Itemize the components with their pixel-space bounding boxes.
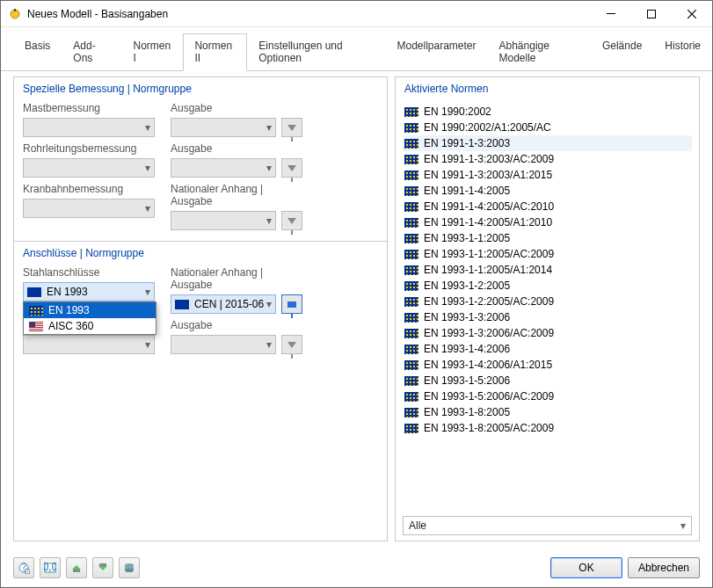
dropdown-item-en-1993[interactable]: EN 1993 xyxy=(24,302,156,318)
norm-item[interactable]: EN 1993-1-4:2006/A1:2015 xyxy=(403,357,692,373)
export-button[interactable] xyxy=(92,557,113,578)
mast-ausgabe-label: Ausgabe xyxy=(171,102,302,114)
dropdown-item-aisc-360[interactable]: AISC 360 xyxy=(24,318,156,334)
mast-combo[interactable]: ▾ xyxy=(23,118,155,137)
eu-flag-icon xyxy=(404,408,418,417)
mast-label: Mastbemessung xyxy=(23,102,155,114)
stahl-nat-value: CEN | 2015-06 xyxy=(194,298,264,310)
kran-filter-button[interactable] xyxy=(281,211,302,230)
holz-combo[interactable]: ▾ xyxy=(23,335,155,354)
norm-item[interactable]: EN 1991-1-4:2005 xyxy=(403,183,692,199)
norm-item[interactable]: EN 1993-1-5:2006/AC:2009 xyxy=(403,388,692,404)
eu-flag-icon xyxy=(404,234,418,243)
eu-flag-icon xyxy=(404,155,418,164)
app-icon xyxy=(8,7,22,21)
window-maximize-button[interactable] xyxy=(631,1,672,27)
eu-flag-icon xyxy=(404,202,418,212)
svg-rect-1 xyxy=(14,9,16,11)
rohr-combo[interactable]: ▾ xyxy=(23,158,155,178)
stahl-filter-button[interactable] xyxy=(281,294,302,314)
stahl-nat-label: Nationaler Anhang | Ausgabe xyxy=(171,266,302,291)
norm-item[interactable]: EN 1993-1-8:2005 xyxy=(403,404,692,420)
stahl-combo-value: EN 1993 xyxy=(47,286,88,298)
norm-item[interactable]: EN 1991-1-4:2005/A1:2010 xyxy=(403,214,692,230)
tab-normen-ii[interactable]: Normen II xyxy=(183,33,247,71)
window-close-button[interactable] xyxy=(672,1,712,27)
norm-item[interactable]: EN 1993-1-3:2006 xyxy=(403,309,692,325)
holz-ausgabe-combo[interactable]: ▾ xyxy=(171,335,276,354)
tab-abhängige-modelle[interactable]: Abhängige Modelle xyxy=(488,33,591,71)
window-title: Neues Modell - Basisangaben xyxy=(27,8,591,20)
kran-nat-combo[interactable]: ▾ xyxy=(171,211,276,230)
aktivierte-title: Aktivierte Normen xyxy=(396,77,699,100)
tab-modellparameter[interactable]: Modellparameter xyxy=(385,33,487,71)
norm-item[interactable]: EN 1991-1-4:2005/AC:2010 xyxy=(403,199,692,214)
norm-item[interactable]: EN 1990:2002 xyxy=(403,104,692,120)
eu-flag-icon xyxy=(404,186,418,196)
tab-gelände[interactable]: Gelände xyxy=(591,33,653,71)
stahl-label: Stahlanschlüsse xyxy=(23,266,155,279)
norm-item[interactable]: EN 1993-1-3:2006/AC:2009 xyxy=(403,325,692,341)
norm-item[interactable]: EN 1991-1-3:2003/AC:2009 xyxy=(403,151,692,167)
stahl-dropdown[interactable]: EN 1993AISC 360 xyxy=(23,301,156,335)
tab-basis[interactable]: Basis xyxy=(13,33,62,71)
norm-item[interactable]: EN 1993-1-4:2006 xyxy=(403,341,692,357)
svg-rect-10 xyxy=(99,563,106,566)
tab-normen-i[interactable]: Normen I xyxy=(121,33,183,71)
norms-filter-combo[interactable]: Alle ▾ xyxy=(403,516,692,535)
norm-item[interactable]: EN 1990:2002/A1:2005/AC xyxy=(403,120,692,135)
kran-label: Kranbahnbemessung xyxy=(23,183,155,195)
holz-filter-button[interactable] xyxy=(281,335,302,354)
eu-flag-icon xyxy=(404,297,418,307)
eu-flag-icon xyxy=(404,171,418,180)
eu-flag-icon xyxy=(404,218,418,228)
norm-item[interactable]: EN 1993-1-2:2005 xyxy=(403,278,692,294)
eu-flag-icon xyxy=(404,313,418,323)
kran-nat-label: Nationaler Anhang | Ausgabe xyxy=(171,183,302,207)
units-button[interactable]: 0,0 xyxy=(40,557,61,578)
norm-item[interactable]: EN 1993-1-1:2005/A1:2014 xyxy=(403,262,692,278)
ok-button[interactable]: OK xyxy=(550,557,622,578)
norm-item[interactable]: EN 1993-1-8:2005/AC:2009 xyxy=(403,420,692,436)
svg-text:0,0: 0,0 xyxy=(44,562,56,573)
eu-flag-icon xyxy=(404,360,418,370)
tab-add-ons[interactable]: Add-Ons xyxy=(62,33,121,71)
help-button[interactable]: ? xyxy=(13,557,34,578)
rohr-ausgabe-combo[interactable]: ▾ xyxy=(171,158,276,178)
eu-flag-icon xyxy=(404,424,418,433)
eu-flag-icon xyxy=(404,139,418,149)
rohr-ausgabe-label: Ausgabe xyxy=(171,142,302,155)
rohr-filter-button[interactable] xyxy=(281,158,302,178)
svg-rect-3 xyxy=(648,10,656,18)
tab-historie[interactable]: Historie xyxy=(653,33,712,71)
norms-list[interactable]: EN 1990:2002EN 1990:2002/A1:2005/ACEN 19… xyxy=(396,100,699,511)
eu-flag-icon xyxy=(404,392,418,402)
tab-einstellungen-und-optionen[interactable]: Einstellungen und Optionen xyxy=(247,33,385,71)
norm-item[interactable]: EN 1991-1-3:2003 xyxy=(403,135,692,151)
norm-item[interactable]: EN 1993-1-2:2005/AC:2009 xyxy=(403,294,692,309)
eu-flag-icon xyxy=(29,306,43,316)
norm-item[interactable]: EN 1993-1-1:2005 xyxy=(403,230,692,246)
mast-ausgabe-combo[interactable]: ▾ xyxy=(171,118,276,137)
norm-item[interactable]: EN 1991-1-3:2003/A1:2015 xyxy=(403,167,692,183)
norms-filter-value: Alle xyxy=(409,519,426,532)
cancel-button[interactable]: Abbrechen xyxy=(628,557,700,578)
svg-point-13 xyxy=(125,569,134,572)
eu-flag-icon xyxy=(404,250,418,259)
eu-flag-icon xyxy=(404,123,418,133)
window-minimize-button[interactable] xyxy=(591,1,631,27)
kran-combo[interactable]: ▾ xyxy=(23,199,155,218)
norm-item[interactable]: EN 1993-1-1:2005/AC:2009 xyxy=(403,246,692,262)
anschluesse-title: Anschlüsse | Normgruppe xyxy=(14,242,387,265)
norm-item[interactable]: EN 1993-1-5:2006 xyxy=(403,373,692,388)
import-button[interactable] xyxy=(66,557,87,578)
mast-filter-button[interactable] xyxy=(281,118,302,137)
stahl-nat-combo[interactable]: CEN | 2015-06 ▾ xyxy=(171,294,276,314)
eu-flag-icon xyxy=(404,329,418,338)
stahl-combo[interactable]: EN 1993 ▾ EN 1993AISC 360 xyxy=(23,282,155,301)
eu-flag-icon xyxy=(404,281,418,291)
eu-flag-icon xyxy=(404,345,418,354)
rohr-label: Rohrleitungsbemessung xyxy=(23,142,155,155)
spezielle-title: Spezielle Bemessung | Normgruppe xyxy=(14,77,387,100)
database-button[interactable] xyxy=(119,557,140,578)
